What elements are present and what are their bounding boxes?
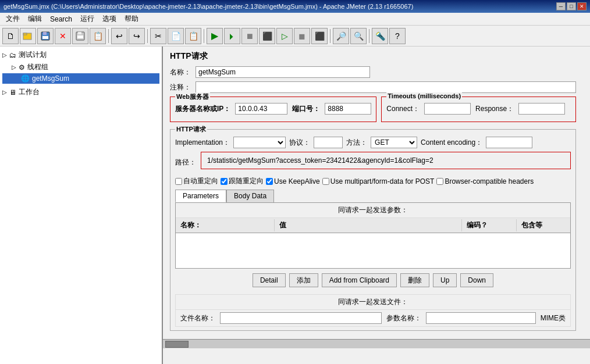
minimize-button[interactable]: ─: [556, 2, 566, 10]
open-button[interactable]: [20, 28, 36, 44]
keep-alive-checkbox[interactable]: Use KeepAlive: [266, 177, 320, 185]
menu-help[interactable]: 帮助: [121, 13, 142, 24]
http-request-inner-box: HTTP请求 Implementation： 协议： 方法： GET POST …: [170, 129, 576, 331]
browser-headers-input[interactable]: [436, 178, 443, 185]
multipart-checkbox[interactable]: Use multipart/form-data for POST: [322, 177, 435, 185]
close-button[interactable]: ✕: [577, 2, 587, 10]
tree-item-test-plan[interactable]: ▷ 🗂 测试计划: [2, 49, 159, 61]
tree-item-thread-group[interactable]: ▷ ⚙ 线程组: [2, 61, 159, 73]
menu-options[interactable]: 选项: [99, 13, 120, 24]
separator-1: [108, 29, 109, 43]
svg-rect-1: [23, 33, 27, 35]
tree-label-workbench: 工作台: [19, 87, 40, 97]
protocol-input[interactable]: [314, 137, 343, 148]
files-row: 文件名称： 参数名称： MIME类: [175, 309, 571, 327]
svg-rect-7: [77, 35, 83, 38]
tree-item-workbench[interactable]: ▷ 🖥 工作台: [2, 86, 159, 98]
protocol-label: 协议：: [289, 138, 310, 148]
clear-all-button[interactable]: 🔍: [350, 28, 367, 44]
remote-stop-now-button[interactable]: ⬛: [311, 28, 328, 44]
search-button[interactable]: 🔦: [372, 28, 388, 44]
tab-body-data[interactable]: Body Data: [226, 190, 274, 202]
server-timeouts-row: Web服务器 服务器名称或IP： 端口号： Timeouts (millisec…: [170, 97, 576, 126]
comment-input[interactable]: [196, 81, 576, 93]
browser-headers-checkbox[interactable]: Browser-compatible headers: [436, 177, 534, 185]
content-encoding-label: Content encoding：: [421, 138, 482, 148]
file-name-label: 文件名称：: [180, 313, 215, 323]
paste-button[interactable]: 📋: [185, 28, 201, 44]
undo-button[interactable]: ↩: [111, 28, 127, 44]
tree-item-get-msg-sum[interactable]: 🌐 getMsgSum: [2, 73, 159, 84]
connect-label: Connect：: [386, 104, 420, 114]
menu-edit[interactable]: 编辑: [24, 13, 45, 24]
close-file-button[interactable]: ✕: [55, 28, 71, 44]
follow-redirect-input[interactable]: [221, 178, 228, 185]
menu-run[interactable]: 运行: [77, 13, 98, 24]
keep-alive-input[interactable]: [266, 178, 273, 185]
file-name-input[interactable]: [220, 312, 382, 324]
send-files-title: 同请求一起发送文件：: [175, 294, 571, 309]
stop-now-button[interactable]: ⬛: [259, 28, 275, 44]
template-button[interactable]: 📋: [90, 28, 106, 44]
clear-button[interactable]: 🔎: [333, 28, 349, 44]
name-row: 名称：: [170, 66, 576, 78]
copy-button[interactable]: 📄: [168, 28, 184, 44]
multipart-input[interactable]: [322, 178, 329, 185]
content-encoding-input[interactable]: [486, 137, 532, 148]
help-button[interactable]: ?: [389, 28, 406, 44]
implementation-select[interactable]: [233, 137, 286, 148]
stop-button[interactable]: ⏹: [241, 28, 258, 44]
delete-button[interactable]: 删除: [400, 273, 429, 287]
port-input[interactable]: [325, 103, 371, 115]
path-input[interactable]: [205, 155, 567, 166]
section-title: HTTP请求: [170, 51, 576, 62]
add-from-clipboard-button[interactable]: Add from Clipboard: [322, 273, 397, 287]
method-select[interactable]: GET POST: [371, 137, 417, 148]
start-no-pause-button[interactable]: ⏵: [224, 28, 240, 44]
path-label: 路径：: [175, 158, 196, 167]
name-label: 名称：: [170, 67, 191, 77]
expand-icon-workbench: ▷: [2, 89, 7, 95]
timeouts-box-label: Timeouts (milliseconds): [386, 92, 462, 99]
workbench-icon: 🖥: [9, 88, 16, 97]
param-name-input[interactable]: [426, 312, 536, 324]
connect-input[interactable]: [424, 103, 471, 115]
cut-button[interactable]: ✂: [150, 28, 166, 44]
save2-button[interactable]: [72, 28, 88, 44]
follow-redirect-checkbox[interactable]: 跟随重定向: [221, 176, 264, 186]
tree-label-test-plan: 测试计划: [19, 50, 47, 60]
name-input[interactable]: [196, 66, 370, 78]
new-button[interactable]: 🗋: [2, 28, 19, 44]
h-scroll-thumb[interactable]: [165, 341, 189, 348]
path-row: 路径：: [175, 152, 571, 173]
button-row: Detail 添加 Add from Clipboard 删除 Up Down: [175, 269, 571, 292]
path-box: [201, 152, 571, 169]
separator-4: [330, 29, 330, 43]
table-header: 名称： 值 编码？ 包含等: [176, 218, 570, 233]
save-button[interactable]: [37, 28, 54, 44]
detail-button[interactable]: Detail: [253, 273, 286, 287]
separator-5: [369, 29, 369, 43]
redo-button[interactable]: ↪: [129, 28, 145, 44]
auto-redirect-checkbox[interactable]: 自动重定向: [175, 176, 218, 186]
menu-search[interactable]: Search: [47, 15, 76, 24]
auto-redirect-input[interactable]: [175, 178, 182, 185]
add-button[interactable]: 添加: [289, 273, 318, 287]
param-name-label: 参数名称：: [386, 313, 421, 323]
down-button[interactable]: Down: [460, 273, 493, 287]
maximize-button[interactable]: □: [567, 2, 576, 10]
test-plan-icon: 🗂: [9, 51, 16, 59]
up-button[interactable]: Up: [433, 273, 457, 287]
response-input[interactable]: [518, 103, 565, 115]
remote-start-button[interactable]: ▷: [276, 28, 293, 44]
tab-parameters[interactable]: Parameters: [175, 190, 226, 202]
server-name-input[interactable]: [235, 103, 287, 115]
remote-stop-button[interactable]: ◼: [294, 28, 310, 44]
title-bar: getMsgSum.jmx (C:\Users\Administrator\De…: [0, 0, 590, 13]
menu-file[interactable]: 文件: [2, 13, 23, 24]
toolbar: 🗋 ✕ 📋 ↩ ↪ ✂ 📄 📋 ▶ ⏵ ⏹ ⬛ ▷ ◼ ⬛ 🔎 🔍 🔦 ?: [0, 26, 590, 47]
horizontal-scrollbar[interactable]: [163, 339, 590, 348]
implementation-label: Implementation：: [175, 138, 230, 148]
expand-button[interactable]: ▶: [207, 28, 223, 44]
main-layout: ▷ 🗂 测试计划 ▷ ⚙ 线程组 🌐 getMsgSum ▷ 🖥 工作台 HTT…: [0, 47, 590, 364]
